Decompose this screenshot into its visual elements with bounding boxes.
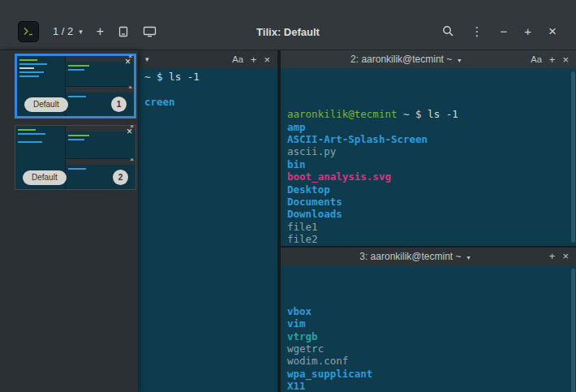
text-segment: Downloads — [287, 208, 342, 220]
terminal-line: ASCII-Art-Splash-Screen — [287, 133, 576, 145]
split-terminal-button[interactable]: + — [549, 54, 556, 65]
terminal-line: vtrgb — [287, 330, 576, 342]
text-segment: boot_analysis.svg — [287, 170, 391, 183]
session-sidebar: × × × Default 1 × — [0, 50, 138, 392]
text-segment: ls -1 — [169, 71, 200, 83]
split-terminal-button[interactable]: + — [251, 54, 257, 65]
split-terminal-button[interactable]: + — [549, 251, 556, 261]
text-segment: Desktop — [287, 183, 330, 196]
new-session-icon[interactable] — [118, 26, 129, 37]
titlebar-right-group: ⋮ − + × — [442, 24, 557, 38]
close-window-button[interactable]: × — [548, 24, 557, 38]
thumbnail-preview-pane: × — [66, 126, 135, 159]
scrollbar[interactable] — [571, 269, 575, 392]
terminal-line — [144, 83, 277, 95]
chevron-down-icon: ▾ — [458, 57, 461, 64]
terminal-line: wodim.conf — [287, 355, 576, 367]
terminal-line: creen — [144, 96, 277, 108]
terminal-line: file2 — [287, 233, 576, 245]
terminal-3-title-text: 3: aaronkilik@tecmint ~ — [359, 251, 461, 262]
text-segment: creen — [144, 96, 175, 108]
menu-dots-icon: ⋮ — [471, 25, 484, 37]
text-segment: ~ $ — [144, 71, 169, 83]
search-button[interactable] — [442, 25, 454, 37]
terminal-line: bin — [287, 158, 576, 170]
chevron-down-icon: ▾ — [79, 28, 83, 36]
terminal-line: boot_analysis.svg — [287, 170, 576, 183]
text-segment: ASCII-Art-Splash-Screen — [287, 133, 428, 145]
terminal-2-content[interactable]: aaronkilik@tecmint ~ $ ls -1ampASCII-Art… — [281, 68, 576, 246]
close-session-button[interactable]: × — [125, 56, 131, 67]
text-segment: Documents — [287, 196, 342, 208]
terminal-line: Documents — [287, 196, 576, 208]
terminal-2-header: 2: aaronkilik@tecmint ~▾ Aa + × — [281, 50, 576, 68]
font-settings-button[interactable]: Aa — [232, 55, 243, 64]
session-number-badge: 2 — [113, 170, 128, 185]
menu-button[interactable]: ⋮ — [471, 25, 484, 37]
session-pager[interactable]: 1 / 2 ▾ — [53, 25, 83, 37]
new-window-icon[interactable] — [143, 26, 157, 37]
text-segment: file1 — [287, 221, 318, 233]
terminal-2-title[interactable]: 2: aaronkilik@tecmint ~▾ — [288, 54, 523, 65]
terminal-pane-1: ▾ Aa + × ~ $ ls -1creen — [138, 50, 281, 392]
terminal-line: vim — [287, 317, 576, 330]
chevron-down-icon: ▾ — [467, 254, 471, 261]
session-pager-label: 1 / 2 — [53, 25, 73, 37]
terminal-line: X11 — [287, 380, 576, 392]
close-icon: × — [130, 157, 134, 163]
terminal-1-content[interactable]: ~ $ ls -1creen — [138, 68, 277, 392]
text-segment: vtrgb — [287, 330, 318, 342]
text-segment: bin — [287, 158, 306, 170]
titlebar: 1 / 2 ▾ + Tilix: Default — [0, 0, 576, 50]
terminal-line: wgetrc — [287, 342, 576, 355]
terminal-panes: ▾ Aa + × ~ $ ls -1creen 2: aaronkilik@te… — [138, 50, 576, 392]
text-segment: aaronkilik@tecmint — [287, 108, 397, 120]
text-segment: ascii.py — [287, 145, 336, 157]
terminal-line: file1 — [287, 221, 576, 233]
close-terminal-button[interactable]: × — [562, 251, 569, 261]
terminal-line: amp — [287, 121, 576, 133]
terminal-line: ~ $ ls -1 — [144, 71, 277, 83]
add-session-button[interactable]: + — [97, 25, 104, 38]
close-icon: × — [128, 84, 132, 91]
terminal-2-title-text: 2: aaronkilik@tecmint ~ — [350, 54, 452, 65]
session-label-badge: Default — [23, 170, 67, 185]
page-icon — [118, 26, 129, 37]
terminal-line: Downloads — [287, 208, 576, 220]
terminal-3-content[interactable]: vboxvimvtrgbwgetrcwodim.confwpa_supplica… — [281, 265, 576, 392]
terminal-line: wpa_supplicant — [287, 368, 576, 380]
close-terminal-button[interactable]: × — [264, 54, 270, 65]
terminal-3-header: 3: aaronkilik@tecmint ~▾ + × — [281, 248, 576, 265]
close-session-button[interactable]: × — [127, 126, 132, 137]
main-area: × × × Default 1 × — [0, 50, 576, 392]
thumbnail-preview-pane: × — [66, 56, 134, 87]
text-segment: wpa_supplicant — [287, 368, 372, 380]
titlebar-left-group: 1 / 2 ▾ + — [18, 21, 157, 42]
minimize-button[interactable]: − — [501, 25, 508, 37]
terminal-pane-2: 2: aaronkilik@tecmint ~▾ Aa + × aaronkil… — [281, 50, 576, 246]
session-thumbnail[interactable]: × × × Default 1 — [15, 54, 136, 118]
right-terminal-column: 2: aaronkilik@tecmint ~▾ Aa + × aaronkil… — [281, 50, 576, 392]
window-title: Tilix: Default — [256, 26, 320, 38]
scrollbar[interactable] — [571, 71, 575, 243]
monitor-icon — [143, 26, 157, 37]
tilix-app-icon[interactable] — [18, 21, 39, 42]
search-icon — [442, 25, 454, 37]
terminal-line: aaronkilik@tecmint ~ $ ls -1 — [287, 108, 576, 120]
text-segment: wodim.conf — [287, 355, 348, 367]
session-number-badge: 1 — [111, 97, 127, 112]
text-segment: vim — [287, 317, 306, 330]
text-segment: vbox — [287, 305, 312, 317]
text-segment: amp — [287, 121, 306, 133]
session-thumbnail[interactable]: × × × Default 2 — [15, 125, 136, 190]
tilix-window: 1 / 2 ▾ + Tilix: Default — [0, 0, 576, 392]
font-settings-button[interactable]: Aa — [531, 55, 541, 64]
text-segment: X11 — [287, 380, 306, 392]
text-segment: ls -1 — [428, 108, 458, 120]
close-terminal-button[interactable]: × — [562, 54, 569, 65]
text-segment: wgetrc — [287, 342, 324, 355]
terminal-3-title[interactable]: 3: aaronkilik@tecmint ~▾ — [288, 251, 542, 262]
terminal-title-caret[interactable]: ▾ — [145, 55, 149, 63]
terminal-line: ascii.py — [287, 145, 576, 157]
maximize-button[interactable]: + — [524, 25, 531, 37]
